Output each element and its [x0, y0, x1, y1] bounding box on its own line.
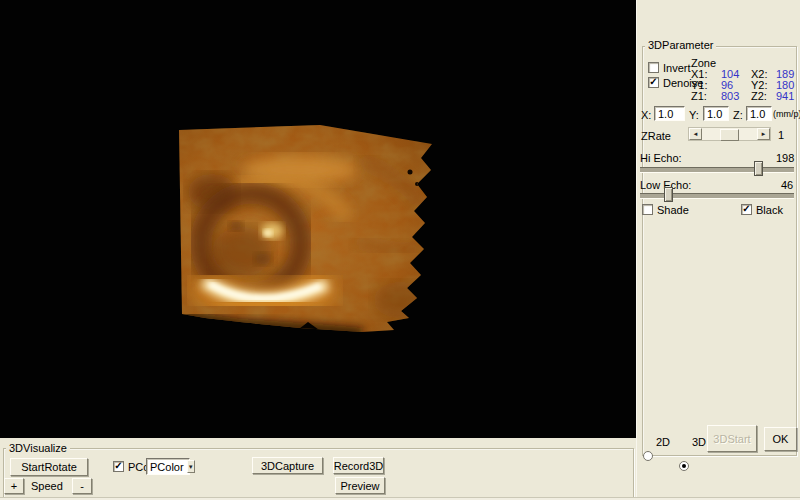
speed-label: Speed [31, 480, 63, 492]
zone-z1-label: Z1: [691, 90, 707, 102]
zrate-scroll-left-icon[interactable]: ◄ [689, 128, 702, 140]
mode-3d-radio[interactable] [679, 461, 689, 471]
record3d-button[interactable]: Record3D [333, 457, 384, 474]
zone-z2-value: 941 [776, 90, 794, 102]
pcolor-checkbox[interactable]: ✓ [113, 461, 124, 472]
shade-label: Shade [657, 204, 689, 216]
hi-echo-slider-track[interactable] [640, 167, 794, 173]
check-icon: ✓ [742, 205, 750, 213]
zrate-scroll-right-icon[interactable]: ► [757, 128, 770, 140]
scale-x-input[interactable] [654, 106, 685, 121]
scale-unit-label: (mm/p) [773, 109, 800, 119]
pcolor-dropdown[interactable]: PColor ▼ [146, 458, 190, 475]
zrate-scrollbar[interactable]: ◄ ► [688, 127, 771, 141]
preview-button[interactable]: Preview [335, 477, 385, 494]
mode-2d-radio[interactable] [643, 451, 653, 461]
3dvisualize-group-title: 3DVisualize [6, 443, 70, 454]
hi-echo-value: 198 [776, 152, 794, 164]
hi-echo-slider-thumb[interactable] [754, 161, 763, 176]
check-icon: ✓ [114, 462, 122, 470]
zrate-value: 1 [778, 129, 784, 141]
scale-z-input[interactable] [746, 106, 772, 121]
mode-3d-label: 3D [692, 436, 706, 448]
mode-2d-label: 2D [656, 436, 670, 448]
parameter-panel: 3DParameter Invert ✓ Denoise Zone X1: 10… [636, 0, 800, 500]
scale-y-input[interactable] [703, 106, 729, 121]
zone-z1-value: 803 [721, 90, 739, 102]
denoise-checkbox[interactable]: ✓ [648, 77, 659, 88]
app-window: 3DParameter Invert ✓ Denoise Zone X1: 10… [0, 0, 800, 500]
invert-checkbox[interactable] [648, 62, 659, 73]
shade-checkbox[interactable] [642, 204, 653, 215]
ultrasound-volume-image [0, 0, 636, 438]
speed-minus-button[interactable]: - [72, 478, 92, 494]
black-label: Black [756, 204, 783, 216]
ok-button[interactable]: OK [764, 427, 797, 451]
scale-z-label: Z: [733, 109, 743, 121]
3dstart-button[interactable]: 3DStart [707, 425, 757, 452]
start-rotate-button[interactable]: StartRotate [10, 458, 88, 476]
invert-label: Invert [663, 62, 691, 74]
3dcapture-button[interactable]: 3DCapture [252, 457, 323, 474]
zrate-scroll-thumb[interactable] [720, 129, 739, 141]
3dparameter-group-title: 3DParameter [645, 40, 716, 51]
pcolor-dropdown-value: PColor [147, 461, 187, 473]
check-icon: ✓ [649, 78, 657, 86]
black-checkbox[interactable]: ✓ [741, 204, 752, 215]
zrate-label: ZRate [641, 130, 671, 142]
visualize-panel: 3DVisualize StartRotate + Speed - ✓ PCol… [0, 438, 636, 500]
hi-echo-label: Hi Echo: [640, 152, 682, 164]
low-echo-value: 46 [781, 179, 793, 191]
3d-viewport[interactable] [0, 0, 636, 438]
speed-plus-button[interactable]: + [4, 478, 24, 494]
scale-x-label: X: [641, 109, 651, 121]
scale-y-label: Y: [689, 109, 699, 121]
zone-z2-label: Z2: [751, 90, 767, 102]
chevron-down-icon[interactable]: ▼ [187, 460, 195, 473]
low-echo-slider-thumb[interactable] [664, 187, 673, 202]
